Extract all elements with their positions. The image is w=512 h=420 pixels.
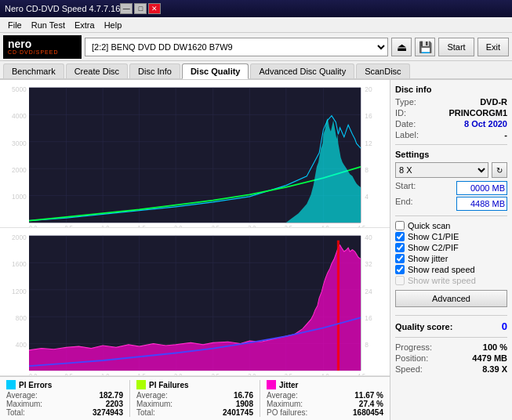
disc-id-row: ID: PRINCORGM1: [395, 108, 507, 118]
jitter-stats: Jitter Average: 11.67 % Maximum: 27.4 % …: [267, 380, 383, 417]
svg-text:8: 8: [365, 341, 369, 349]
svg-text:3.5: 3.5: [285, 224, 293, 227]
svg-text:3.5: 3.5: [285, 372, 293, 375]
pi-failures-avg-value: 16.76: [234, 391, 253, 400]
drive-select[interactable]: [2:2] BENQ DVD DD DW1620 B7W9: [85, 38, 388, 56]
eject-icon-button[interactable]: ⏏: [391, 38, 412, 56]
svg-text:800: 800: [16, 314, 27, 323]
speed-row: Speed: 8.39 X: [395, 364, 507, 374]
menu-run-test[interactable]: Run Test: [27, 19, 70, 31]
svg-text:4: 4: [365, 193, 369, 201]
svg-text:3.0: 3.0: [248, 224, 256, 227]
divider-disc-settings: [395, 144, 507, 145]
start-mb-row: Start: 0000 MB: [395, 181, 507, 195]
menu-help[interactable]: Help: [100, 19, 127, 31]
show-c1pie-label: Show C1/PIE: [408, 232, 459, 241]
close-button[interactable]: ✕: [148, 3, 161, 14]
show-read-speed-checkbox[interactable]: [395, 265, 405, 274]
quick-scan-row: Quick scan: [395, 221, 507, 230]
tab-disc-info[interactable]: Disc Info: [129, 63, 180, 78]
speed-label: Speed:: [395, 364, 423, 374]
pi-errors-header: PI Errors: [6, 380, 123, 389]
titlebar-title: Nero CD-DVD Speed 4.7.7.16: [5, 4, 120, 13]
quality-score-value: 0: [502, 320, 507, 332]
svg-text:2.0: 2.0: [174, 372, 183, 375]
menu-extra[interactable]: Extra: [70, 19, 100, 31]
pi-errors-color: [6, 380, 16, 389]
tabs: Benchmark Create Disc Disc Info Disc Qua…: [0, 61, 512, 80]
pi-errors-total-row: Total: 3274943: [6, 408, 123, 417]
minimize-button[interactable]: —: [120, 3, 133, 14]
pi-errors-title: PI Errors: [19, 381, 52, 389]
quick-scan-checkbox[interactable]: [395, 221, 405, 230]
tab-scandisc[interactable]: ScanDisc: [356, 63, 409, 78]
quick-scan-label: Quick scan: [408, 221, 450, 230]
right-panel: Disc info Type: DVD-R ID: PRINCORGM1 Dat…: [390, 80, 512, 420]
end-mb-input[interactable]: [456, 197, 507, 211]
progress-value: 100 %: [483, 342, 507, 352]
top-chart: 5000 4000 3000 2000 1000 20 16 12 8 4 0.…: [0, 80, 390, 228]
nero-logo: nero CD·DVD/SPEED: [3, 35, 82, 59]
pi-failures-avg-label: Average:: [136, 391, 168, 400]
save-icon-button[interactable]: 💾: [415, 38, 435, 56]
start-button[interactable]: Start: [438, 38, 474, 56]
pi-failures-title: PI Failures: [149, 381, 189, 389]
titlebar: Nero CD-DVD Speed 4.7.7.16 — □ ✕: [0, 0, 512, 17]
disc-type-row: Type: DVD-R: [395, 97, 507, 107]
settings-refresh-icon[interactable]: ↻: [492, 162, 507, 178]
tab-benchmark[interactable]: Benchmark: [3, 63, 64, 78]
settings-title: Settings: [395, 150, 507, 159]
svg-text:8: 8: [365, 166, 369, 175]
svg-text:2.0: 2.0: [174, 224, 183, 227]
jitter-po-label: PO failures:: [267, 408, 307, 417]
show-jitter-checkbox[interactable]: [395, 254, 405, 263]
disc-id-label: ID:: [395, 108, 406, 118]
pi-failures-total-label: Total:: [136, 408, 155, 417]
disc-date-label: Date:: [395, 119, 416, 129]
svg-text:0.5: 0.5: [64, 224, 73, 227]
speed-settings-row: 8 X ↻: [395, 162, 507, 178]
svg-text:1.5: 1.5: [138, 372, 147, 375]
pi-errors-stats: PI Errors Average: 182.79 Maximum: 2203 …: [6, 380, 123, 417]
disc-label-value: -: [504, 130, 507, 139]
tab-advanced-disc-quality[interactable]: Advanced Disc Quality: [250, 63, 354, 78]
pi-failures-max-label: Maximum:: [136, 400, 172, 408]
jitter-color: [267, 380, 276, 389]
pi-failures-avg-row: Average: 16.76: [136, 391, 253, 400]
charts-area: 5000 4000 3000 2000 1000 20 16 12 8 4 0.…: [0, 80, 390, 420]
svg-text:1000: 1000: [12, 193, 27, 201]
menu-file[interactable]: File: [3, 19, 27, 31]
show-read-speed-row: Show read speed: [395, 265, 507, 274]
exit-button[interactable]: Exit: [478, 38, 509, 56]
svg-text:12: 12: [365, 139, 372, 147]
nero-logo-sub: CD·DVD/SPEED: [8, 49, 59, 55]
svg-text:4.0: 4.0: [321, 372, 329, 375]
advanced-button[interactable]: Advanced: [395, 290, 507, 307]
disc-id-value: PRINCORGM1: [448, 108, 507, 118]
speed-select[interactable]: 8 X: [395, 162, 488, 178]
pi-failures-color: [136, 380, 146, 389]
tab-disc-quality[interactable]: Disc Quality: [182, 63, 249, 79]
quality-score-row: Quality score: 0: [395, 320, 507, 332]
start-mb-input[interactable]: 0000 MB: [456, 181, 507, 195]
svg-text:16: 16: [365, 112, 372, 121]
svg-text:4000: 4000: [12, 112, 27, 121]
svg-text:16: 16: [365, 314, 372, 323]
quality-score-label: Quality score:: [395, 322, 452, 331]
pi-failures-header: PI Failures: [136, 380, 253, 389]
show-c2pif-checkbox[interactable]: [395, 243, 405, 252]
pi-errors-total-value: 3274943: [93, 408, 123, 417]
tab-create-disc[interactable]: Create Disc: [66, 63, 128, 78]
show-read-speed-label: Show read speed: [408, 265, 475, 274]
divider-2: [260, 380, 260, 417]
show-c1pie-checkbox[interactable]: [395, 232, 405, 241]
jitter-avg-value: 11.67 %: [354, 391, 383, 400]
disc-label-label: Label:: [395, 130, 419, 139]
stats-row: PI Errors Average: 182.79 Maximum: 2203 …: [0, 376, 390, 420]
svg-text:1.5: 1.5: [138, 224, 147, 227]
position-value: 4479 MB: [472, 353, 507, 363]
top-chart-svg: 5000 4000 3000 2000 1000 20 16 12 8 4 0.…: [0, 83, 390, 227]
position-row: Position: 4479 MB: [395, 353, 507, 363]
maximize-button[interactable]: □: [134, 3, 147, 14]
titlebar-controls: — □ ✕: [120, 3, 161, 14]
